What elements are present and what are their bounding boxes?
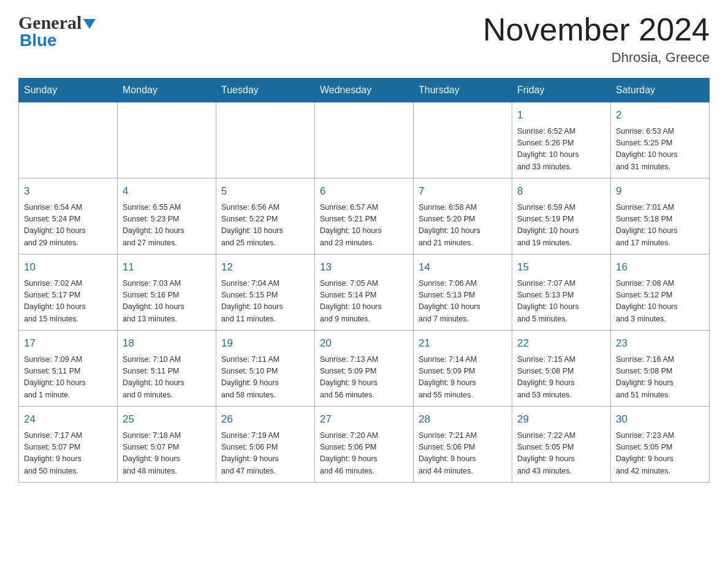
calendar-day-cell: 8Sunrise: 6:59 AMSunset: 5:19 PMDaylight… bbox=[512, 178, 611, 255]
day-info: Sunrise: 7:13 AMSunset: 5:09 PMDaylight:… bbox=[320, 354, 408, 402]
day-info: Sunrise: 7:23 AMSunset: 5:05 PMDaylight:… bbox=[616, 430, 704, 478]
calendar-day-cell: 12Sunrise: 7:04 AMSunset: 5:15 PMDayligh… bbox=[216, 255, 315, 331]
day-number: 3 bbox=[24, 183, 112, 199]
day-number: 17 bbox=[24, 335, 112, 351]
day-info: Sunrise: 7:05 AMSunset: 5:14 PMDaylight:… bbox=[320, 278, 408, 326]
calendar-day-cell: 30Sunrise: 7:23 AMSunset: 5:05 PMDayligh… bbox=[611, 407, 710, 483]
calendar-week-row: 10Sunrise: 7:02 AMSunset: 5:17 PMDayligh… bbox=[19, 255, 710, 331]
calendar-week-row: 3Sunrise: 6:54 AMSunset: 5:24 PMDaylight… bbox=[19, 178, 710, 255]
page-header: General Blue November 2024 Dhrosia, Gree… bbox=[18, 12, 710, 66]
day-info: Sunrise: 7:07 AMSunset: 5:13 PMDaylight:… bbox=[517, 278, 605, 326]
day-info: Sunrise: 7:10 AMSunset: 5:11 PMDaylight:… bbox=[123, 354, 211, 402]
day-info: Sunrise: 7:19 AMSunset: 5:06 PMDaylight:… bbox=[221, 430, 309, 478]
day-info: Sunrise: 6:59 AMSunset: 5:19 PMDaylight:… bbox=[517, 202, 605, 250]
calendar-day-cell bbox=[118, 102, 216, 178]
calendar-day-cell bbox=[414, 102, 512, 178]
calendar-day-cell: 22Sunrise: 7:15 AMSunset: 5:08 PMDayligh… bbox=[512, 331, 611, 407]
month-title: November 2024 bbox=[483, 12, 710, 47]
calendar-day-cell: 27Sunrise: 7:20 AMSunset: 5:06 PMDayligh… bbox=[315, 407, 414, 483]
calendar-day-cell: 9Sunrise: 7:01 AMSunset: 5:18 PMDaylight… bbox=[611, 178, 710, 255]
day-number: 21 bbox=[419, 335, 507, 351]
header-sunday: Sunday bbox=[19, 79, 118, 102]
day-number: 19 bbox=[221, 335, 309, 351]
day-info: Sunrise: 7:21 AMSunset: 5:06 PMDaylight:… bbox=[419, 430, 507, 478]
logo-general-text: General bbox=[18, 12, 82, 33]
calendar-day-cell: 10Sunrise: 7:02 AMSunset: 5:17 PMDayligh… bbox=[19, 255, 118, 331]
day-info: Sunrise: 7:09 AMSunset: 5:11 PMDaylight:… bbox=[24, 354, 112, 402]
day-info: Sunrise: 7:22 AMSunset: 5:05 PMDaylight:… bbox=[517, 430, 605, 478]
day-number: 9 bbox=[616, 183, 704, 199]
day-number: 11 bbox=[123, 259, 211, 275]
day-number: 28 bbox=[419, 412, 507, 427]
day-number: 13 bbox=[320, 259, 408, 275]
calendar-day-cell: 15Sunrise: 7:07 AMSunset: 5:13 PMDayligh… bbox=[512, 255, 611, 331]
day-info: Sunrise: 7:20 AMSunset: 5:06 PMDaylight:… bbox=[320, 430, 408, 478]
calendar-day-cell: 18Sunrise: 7:10 AMSunset: 5:11 PMDayligh… bbox=[118, 331, 216, 407]
day-number: 25 bbox=[123, 412, 211, 427]
day-number: 1 bbox=[517, 107, 605, 123]
day-info: Sunrise: 7:15 AMSunset: 5:08 PMDaylight:… bbox=[517, 354, 605, 402]
calendar-week-row: 17Sunrise: 7:09 AMSunset: 5:11 PMDayligh… bbox=[19, 331, 710, 407]
day-number: 10 bbox=[24, 259, 112, 275]
header-monday: Monday bbox=[118, 79, 216, 102]
calendar-day-cell: 25Sunrise: 7:18 AMSunset: 5:07 PMDayligh… bbox=[118, 407, 216, 483]
header-wednesday: Wednesday bbox=[315, 79, 414, 102]
calendar-day-cell: 19Sunrise: 7:11 AMSunset: 5:10 PMDayligh… bbox=[216, 331, 315, 407]
calendar-title-area: November 2024 Dhrosia, Greece bbox=[483, 12, 710, 66]
day-info: Sunrise: 7:17 AMSunset: 5:07 PMDaylight:… bbox=[24, 430, 112, 478]
day-number: 30 bbox=[616, 412, 704, 427]
calendar-header-row: Sunday Monday Tuesday Wednesday Thursday… bbox=[19, 79, 710, 102]
day-info: Sunrise: 7:16 AMSunset: 5:08 PMDaylight:… bbox=[616, 354, 704, 402]
calendar-day-cell: 21Sunrise: 7:14 AMSunset: 5:09 PMDayligh… bbox=[414, 331, 512, 407]
day-number: 18 bbox=[123, 335, 211, 351]
calendar-day-cell bbox=[315, 102, 414, 178]
day-info: Sunrise: 7:14 AMSunset: 5:09 PMDaylight:… bbox=[419, 354, 507, 402]
day-number: 4 bbox=[123, 183, 211, 199]
calendar-day-cell: 2Sunrise: 6:53 AMSunset: 5:25 PMDaylight… bbox=[611, 102, 710, 178]
logo-blue-text: Blue bbox=[20, 31, 57, 50]
day-number: 16 bbox=[616, 259, 704, 275]
calendar-day-cell: 4Sunrise: 6:55 AMSunset: 5:23 PMDaylight… bbox=[118, 178, 216, 255]
calendar-day-cell: 7Sunrise: 6:58 AMSunset: 5:20 PMDaylight… bbox=[414, 178, 512, 255]
calendar-day-cell: 16Sunrise: 7:08 AMSunset: 5:12 PMDayligh… bbox=[611, 255, 710, 331]
day-number: 29 bbox=[517, 412, 605, 427]
day-number: 6 bbox=[320, 183, 408, 199]
day-info: Sunrise: 6:57 AMSunset: 5:21 PMDaylight:… bbox=[320, 202, 408, 250]
location-title: Dhrosia, Greece bbox=[483, 50, 710, 66]
calendar-table: Sunday Monday Tuesday Wednesday Thursday… bbox=[18, 78, 710, 483]
day-number: 2 bbox=[616, 107, 704, 123]
calendar-day-cell bbox=[216, 102, 315, 178]
day-info: Sunrise: 6:54 AMSunset: 5:24 PMDaylight:… bbox=[24, 202, 112, 250]
calendar-day-cell: 14Sunrise: 7:06 AMSunset: 5:13 PMDayligh… bbox=[414, 255, 512, 331]
calendar-week-row: 24Sunrise: 7:17 AMSunset: 5:07 PMDayligh… bbox=[19, 407, 710, 483]
calendar-day-cell: 20Sunrise: 7:13 AMSunset: 5:09 PMDayligh… bbox=[315, 331, 414, 407]
day-number: 23 bbox=[616, 335, 704, 351]
day-number: 24 bbox=[24, 412, 112, 427]
header-thursday: Thursday bbox=[414, 79, 512, 102]
day-info: Sunrise: 6:58 AMSunset: 5:20 PMDaylight:… bbox=[419, 202, 507, 250]
header-saturday: Saturday bbox=[611, 79, 710, 102]
calendar-day-cell: 5Sunrise: 6:56 AMSunset: 5:22 PMDaylight… bbox=[216, 178, 315, 255]
day-info: Sunrise: 6:52 AMSunset: 5:26 PMDaylight:… bbox=[517, 126, 605, 174]
day-info: Sunrise: 7:04 AMSunset: 5:15 PMDaylight:… bbox=[221, 278, 309, 326]
day-info: Sunrise: 6:56 AMSunset: 5:22 PMDaylight:… bbox=[221, 202, 309, 250]
day-info: Sunrise: 7:11 AMSunset: 5:10 PMDaylight:… bbox=[221, 354, 309, 402]
logo: General Blue bbox=[18, 12, 96, 50]
day-number: 14 bbox=[419, 259, 507, 275]
calendar-day-cell: 11Sunrise: 7:03 AMSunset: 5:16 PMDayligh… bbox=[118, 255, 216, 331]
day-info: Sunrise: 7:02 AMSunset: 5:17 PMDaylight:… bbox=[24, 278, 112, 326]
calendar-day-cell bbox=[19, 102, 118, 178]
day-info: Sunrise: 7:08 AMSunset: 5:12 PMDaylight:… bbox=[616, 278, 704, 326]
header-tuesday: Tuesday bbox=[216, 79, 315, 102]
day-number: 12 bbox=[221, 259, 309, 275]
calendar-day-cell: 23Sunrise: 7:16 AMSunset: 5:08 PMDayligh… bbox=[611, 331, 710, 407]
day-number: 15 bbox=[517, 259, 605, 275]
day-number: 27 bbox=[320, 412, 408, 427]
day-info: Sunrise: 7:03 AMSunset: 5:16 PMDaylight:… bbox=[123, 278, 211, 326]
day-info: Sunrise: 6:55 AMSunset: 5:23 PMDaylight:… bbox=[123, 202, 211, 250]
day-number: 7 bbox=[419, 183, 507, 199]
calendar-day-cell: 6Sunrise: 6:57 AMSunset: 5:21 PMDaylight… bbox=[315, 178, 414, 255]
logo-triangle-icon bbox=[83, 19, 96, 29]
day-number: 5 bbox=[221, 183, 309, 199]
calendar-day-cell: 26Sunrise: 7:19 AMSunset: 5:06 PMDayligh… bbox=[216, 407, 315, 483]
